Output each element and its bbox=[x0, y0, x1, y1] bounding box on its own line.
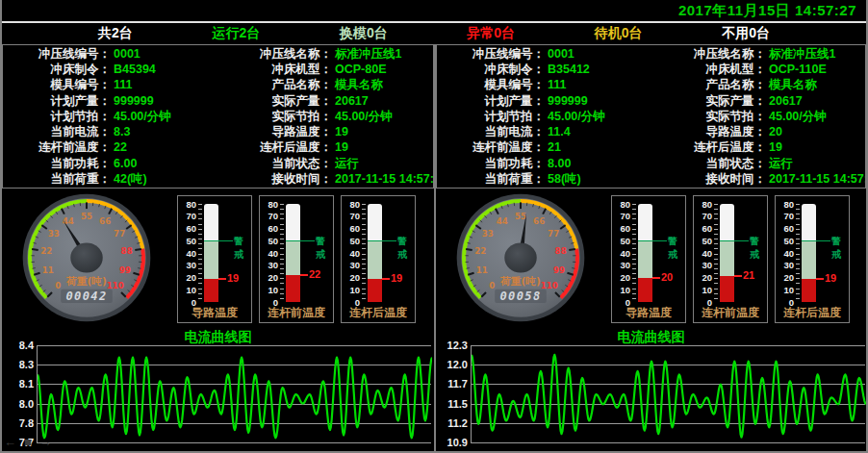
warn-line bbox=[204, 240, 233, 241]
thermo-scale-label: 20 bbox=[342, 272, 360, 283]
hmi-dashboard: 2017年11月15日 14:57:27 共2台运行2台换模0台异常0台待机0台… bbox=[0, 0, 868, 453]
warn-line bbox=[638, 240, 667, 241]
status-item-0[interactable]: 共2台 bbox=[98, 25, 133, 42]
info-value: 11.4 bbox=[545, 124, 652, 139]
svg-text:荷重(吨): 荷重(吨) bbox=[65, 275, 107, 288]
thermo-scale-label: 30 bbox=[260, 260, 278, 270]
svg-text:0: 0 bbox=[55, 281, 61, 290]
info-label: 接收时间： bbox=[218, 171, 332, 187]
current-chart-section: 电流曲线图 8.48.38.18.07.87.7 bbox=[2, 328, 434, 451]
y-axis-label: 8.4 bbox=[4, 340, 34, 351]
thermo-ticks bbox=[280, 204, 284, 303]
info-label: 计划节拍： bbox=[3, 109, 111, 124]
stop-square-icon[interactable]: ■ bbox=[24, 435, 32, 449]
thermo-scale-label: 60 bbox=[776, 223, 794, 234]
info-label: 当前功耗： bbox=[3, 156, 111, 171]
info-label: 实际产量： bbox=[652, 93, 766, 109]
thermo-scale-label: 80 bbox=[342, 199, 360, 210]
thermo-tube bbox=[286, 204, 300, 302]
info-label: 连杆前温度： bbox=[437, 139, 545, 155]
status-item-3[interactable]: 异常0台 bbox=[467, 25, 515, 42]
thermo-scale-label: 40 bbox=[260, 248, 278, 259]
load-gauge: 0112233445566778899110荷重(吨)00042 bbox=[13, 193, 160, 322]
info-value: 标准冲压线1 bbox=[332, 46, 433, 62]
svg-text:33: 33 bbox=[482, 229, 494, 239]
thermo-scale-label: 40 bbox=[178, 248, 196, 259]
thermo-scale-label: 10 bbox=[342, 285, 360, 295]
thermo-value-mark bbox=[218, 278, 226, 280]
svg-text:44: 44 bbox=[63, 216, 74, 226]
top-bar: 2017年11月15日 14:57:27 bbox=[2, 0, 866, 21]
info-label: 当前电流： bbox=[437, 124, 545, 139]
info-label: 冲压线编号： bbox=[437, 46, 545, 62]
thermo-scale-label: 50 bbox=[612, 236, 630, 246]
info-value: 999999 bbox=[111, 93, 218, 109]
info-value: 运行 bbox=[766, 156, 865, 171]
system-datetime: 2017年11月15日 14:57:27 bbox=[678, 2, 856, 20]
thermo-value: 21 bbox=[743, 269, 754, 281]
thermo-fill bbox=[638, 278, 652, 303]
info-label: 冲床制令： bbox=[437, 62, 545, 77]
thermometer-连杆后温度: 80706050403020100 警戒19连杆后温度 bbox=[775, 195, 850, 323]
info-label: 导路温度： bbox=[218, 124, 332, 139]
info-label: 实际节拍： bbox=[218, 109, 332, 124]
status-item-4[interactable]: 待机0台 bbox=[595, 25, 643, 42]
info-label: 导路温度： bbox=[652, 124, 766, 139]
thermo-value: 19 bbox=[227, 272, 239, 284]
thermo-tube bbox=[368, 204, 382, 302]
info-value: 2017-11-15 14:57:24 bbox=[332, 171, 433, 187]
status-item-2[interactable]: 换模0台 bbox=[340, 25, 388, 42]
info-label: 冲床机型： bbox=[218, 62, 332, 77]
info-value: 58(吨) bbox=[545, 171, 652, 187]
thermo-value: 22 bbox=[309, 268, 320, 280]
info-value: 19 bbox=[332, 139, 433, 155]
thermo-scale-label: 40 bbox=[342, 248, 360, 259]
info-label: 计划产量： bbox=[3, 93, 111, 109]
info-label: 实际节拍： bbox=[652, 109, 766, 124]
thermo-caption: 导路温度 bbox=[612, 305, 685, 321]
info-value: 21 bbox=[545, 139, 652, 155]
thermometer-连杆前温度: 80706050403020100 警戒22连杆前温度 bbox=[259, 195, 334, 323]
load-gauge: 0112233445566778899110荷重(吨)00058 bbox=[447, 193, 594, 322]
status-item-1[interactable]: 运行2台 bbox=[212, 25, 260, 42]
info-value: 45.00/分钟 bbox=[111, 109, 218, 124]
machine-panels: 冲压线编号：0001冲压线名称：标准冲压线1冲床制令：B45394冲床机型：OC… bbox=[2, 44, 866, 451]
back-arrow-icon[interactable]: ← bbox=[4, 435, 16, 449]
thermo-scale-label: 20 bbox=[178, 272, 196, 283]
gauge-row: 0112233445566778899110荷重(吨)00058 8070605… bbox=[436, 189, 866, 328]
thermo-scale-label: 10 bbox=[776, 285, 794, 295]
svg-text:66: 66 bbox=[533, 216, 545, 226]
thermo-scale-label: 80 bbox=[694, 199, 712, 210]
info-label: 实际产量： bbox=[218, 93, 332, 109]
status-item-5[interactable]: 不用0台 bbox=[722, 25, 770, 42]
info-label: 当前状态： bbox=[218, 156, 332, 171]
warn-line bbox=[368, 240, 396, 241]
y-axis-label: 12.0 bbox=[438, 359, 468, 370]
thermo-scale-label: 40 bbox=[776, 248, 794, 259]
thermo-ticks bbox=[632, 204, 636, 303]
y-axis-label: 11.2 bbox=[438, 417, 468, 429]
info-value: 模具名称 bbox=[766, 77, 865, 92]
info-value: 标准冲压线1 bbox=[766, 46, 865, 62]
thermometer-导路温度: 80706050403020100 警戒20导路温度 bbox=[611, 195, 686, 323]
thermo-scale-label: 10 bbox=[260, 285, 278, 295]
info-label: 当前功耗： bbox=[437, 156, 545, 171]
info-label: 产品名称： bbox=[652, 77, 766, 92]
y-axis-label: 8.1 bbox=[4, 378, 34, 390]
forward-arrow-icon[interactable]: → bbox=[39, 435, 52, 449]
svg-text:11: 11 bbox=[476, 265, 488, 275]
warn-line bbox=[720, 240, 749, 241]
machine-info-grid: 冲压线编号：0001冲压线名称：标准冲压线1冲床制令：B35412冲床机型：OC… bbox=[436, 44, 866, 189]
warn-label: 警戒 bbox=[316, 235, 333, 262]
thermo-tube bbox=[638, 204, 652, 302]
thermo-scale-label: 70 bbox=[178, 211, 196, 221]
thermo-scale-label: 30 bbox=[776, 260, 794, 270]
status-bar: 共2台运行2台换模0台异常0台待机0台不用0台 bbox=[2, 21, 866, 44]
info-value: 19 bbox=[766, 139, 865, 155]
thermo-ticks bbox=[362, 204, 366, 303]
thermo-tube bbox=[720, 204, 734, 302]
thermo-value-mark bbox=[652, 277, 660, 279]
thermo-scale-label: 40 bbox=[694, 248, 712, 259]
thermo-scale-label: 50 bbox=[178, 236, 196, 246]
thermo-value: 19 bbox=[391, 272, 402, 284]
